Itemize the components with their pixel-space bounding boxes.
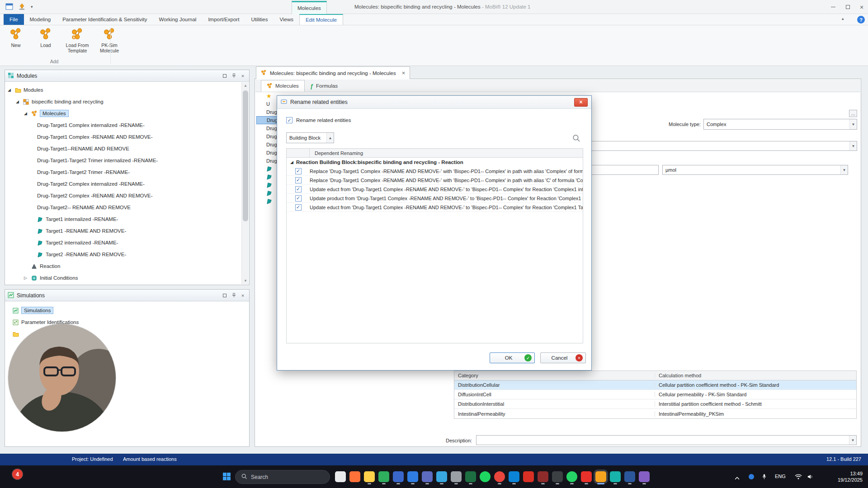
panel-close-icon[interactable]: × [239, 292, 246, 299]
simulations-item[interactable]: Simulations [5, 305, 240, 316]
tray-onedrive-icon[interactable] [749, 474, 754, 479]
tree-item-molecules[interactable]: ◢ Molecules [5, 108, 240, 119]
load-from-template-button[interactable]: Load From Template [62, 27, 92, 59]
scroll-thumb[interactable] [243, 90, 248, 221]
quick-access-app-icon[interactable] [5, 3, 13, 11]
ellipsis-button[interactable]: … [849, 110, 857, 117]
modules-scrollbar[interactable]: ▲ ▼ [241, 82, 249, 284]
pksim-molecule-button[interactable]: PK-Sim Molecule [96, 27, 123, 59]
taskbar-icon-vscode[interactable] [639, 471, 650, 482]
menu-item-file[interactable]: File [4, 14, 24, 25]
expander-open-icon[interactable]: ◢ [16, 99, 23, 104]
panel-close-icon[interactable]: × [239, 72, 246, 80]
quick-access-chevron-icon[interactable]: ▾ [31, 5, 33, 9]
parameter-identifications-item[interactable]: Parameter Identifications [5, 316, 240, 328]
taskbar-search[interactable]: Search [235, 470, 330, 484]
table-row[interactable]: IntestinalPermeability IntestinalPermeab… [454, 409, 856, 418]
rename-related-entities-checkbox-row[interactable]: Rename related entities [286, 117, 351, 123]
menu-item-parameter-identification[interactable]: Parameter Identification & Sensitivity [57, 14, 153, 25]
tree-item-target[interactable]: Target2 internalized -RENAME- [5, 237, 240, 249]
rename-row[interactable]: Replace 'Drug-Target1 Complex -RENAME AN… [287, 167, 583, 176]
tray-microphone-icon[interactable] [762, 474, 766, 481]
checkbox-checked-icon[interactable] [295, 177, 302, 183]
tray-chevron-icon[interactable] [735, 475, 740, 481]
rename-row[interactable]: Replace 'Drug-Target1 Complex -RENAME AN… [287, 176, 583, 185]
taskbar-icon-spotify[interactable] [480, 471, 491, 482]
dropdown-arrow-icon[interactable]: ▼ [849, 119, 857, 129]
help-icon[interactable]: ? [857, 16, 865, 23]
cancel-button[interactable]: Cancel × [540, 352, 586, 363]
tree-item-target[interactable]: Target1 internalized -RENAME- [5, 213, 240, 225]
menu-item-import-export[interactable]: Import/Export [202, 14, 245, 25]
taskbar-icon-file-explorer[interactable] [364, 471, 375, 482]
search-icon[interactable] [572, 134, 580, 143]
taskbar-icon-word[interactable] [624, 471, 635, 482]
table-row[interactable]: DistributionCellular Cellular partition … [454, 380, 856, 390]
unit-combo[interactable]: µmol ▼ [662, 165, 848, 175]
subtab-formulas[interactable]: ƒ Formulas [305, 80, 343, 92]
taskbar-icon-notes[interactable] [335, 471, 346, 482]
taskbar-icon-outlook[interactable] [407, 471, 418, 482]
tree-item-modules[interactable]: ◢ Modules [5, 84, 240, 96]
menu-item-utilities[interactable]: Utilities [245, 14, 274, 25]
panel-pin-icon[interactable] [230, 292, 237, 299]
scope-combo[interactable]: Building Block ▲ [286, 132, 334, 143]
table-header[interactable]: Category Calculation method [454, 371, 856, 380]
tree-item-molecule[interactable]: Drug-Target2-- RENAME AND REMOVE [5, 202, 240, 213]
grid-header[interactable]: Dependent Renaming [287, 149, 583, 158]
menu-item-modeling[interactable]: Modeling [24, 14, 57, 25]
tray-clock[interactable]: 13:49 19/12/2025 [838, 470, 863, 483]
menu-item-working-journal[interactable]: Working Journal [153, 14, 202, 25]
dropdown-arrow-icon[interactable]: ▼ [849, 141, 857, 150]
load-molecule-button[interactable]: Load [33, 27, 59, 59]
scroll-down-icon[interactable]: ▼ [242, 277, 249, 284]
checkbox-checked-icon[interactable] [286, 117, 292, 123]
scroll-up-icon[interactable]: ▲ [242, 82, 249, 89]
table-row[interactable]: DiffusionIntCell Cellular permeability -… [454, 390, 856, 399]
panel-pin-icon[interactable] [230, 72, 237, 80]
dropdown-arrow-icon[interactable]: ▼ [849, 436, 856, 445]
expander-closed-icon[interactable]: ▷ [24, 276, 31, 280]
rename-row[interactable]: Update product from 'Drug-Target1 Comple… [287, 194, 583, 203]
checkbox-checked-icon[interactable] [295, 204, 302, 211]
tree-item-molecule[interactable]: Drug-Target1-Target2 Trimer internalized… [5, 155, 240, 166]
checkbox-checked-icon[interactable] [295, 186, 302, 192]
tray-volume-icon[interactable] [807, 474, 814, 480]
tree-item-molecule[interactable]: Drug-Target2 Complex -RENAME AND REMOVE- [5, 190, 240, 202]
taskbar-icon-whatsapp[interactable] [566, 471, 577, 482]
description-combo[interactable]: ▼ [476, 435, 857, 445]
tray-language[interactable]: ENG [775, 474, 786, 479]
taskbar-icon-app-green[interactable] [378, 471, 389, 482]
taskbar-icon-adobe-acrobat[interactable] [581, 471, 592, 482]
tray-wifi-icon[interactable] [795, 474, 802, 480]
tree-item-initial-conditions[interactable]: ▷ Initial Conditions [5, 272, 240, 284]
tree-item-reaction[interactable]: Reaction [5, 260, 240, 272]
rename-row[interactable]: Update educt from 'Drug-Target1 Complex … [287, 203, 583, 212]
document-tab[interactable]: Molecules: bispecific binding and recycl… [256, 66, 410, 79]
tree-item-molecule[interactable]: Drug-Target1 Complex internalized -RENAM… [5, 119, 240, 131]
taskbar-icon-remote-desktop[interactable] [393, 471, 404, 482]
taskbar-icon-to-do[interactable] [436, 471, 447, 482]
checkbox-checked-icon[interactable] [295, 168, 302, 174]
tree-item-molecule[interactable]: Drug-Target2 Complex internalized -RENAM… [5, 178, 240, 190]
taskbar-icon-settings-gear[interactable] [451, 471, 462, 482]
taskbar-icon-app-maroon[interactable] [538, 471, 548, 482]
subtab-molecules[interactable]: Molecules [261, 80, 305, 92]
notification-badge[interactable]: 4 [12, 469, 23, 479]
tree-item-molecule[interactable]: Drug-Target1--RENAME AND REMOVE [5, 143, 240, 155]
tree-item-molecule[interactable]: Drug-Target1 Complex -RENAME AND REMOVE- [5, 131, 240, 143]
taskbar-icon-edge[interactable] [509, 471, 519, 482]
quick-access-export-icon[interactable] [18, 3, 26, 11]
maximize-button[interactable] [841, 0, 854, 14]
taskbar-icon-mobi[interactable] [595, 471, 606, 482]
tree-item-target[interactable]: Target2 -RENAME AND REMOVE- [5, 249, 240, 260]
grid-group-row[interactable]: ◢ Reaction Building Block:bispecific bin… [287, 158, 583, 167]
taskbar-icon-image-viewer[interactable] [610, 471, 621, 482]
tree-item-target[interactable]: Target1 -RENAME AND REMOVE- [5, 225, 240, 237]
new-molecule-button[interactable]: New [3, 27, 29, 59]
taskbar-icon-app-red[interactable] [523, 471, 534, 482]
dropdown-arrow-icon[interactable]: ▲ [326, 133, 334, 143]
tree-item-molecule[interactable]: Drug-Target1-Target2 Trimer -RENAME- [5, 166, 240, 178]
dropdown-arrow-icon[interactable]: ▼ [840, 165, 848, 174]
expander-open-icon[interactable]: ◢ [290, 160, 293, 164]
